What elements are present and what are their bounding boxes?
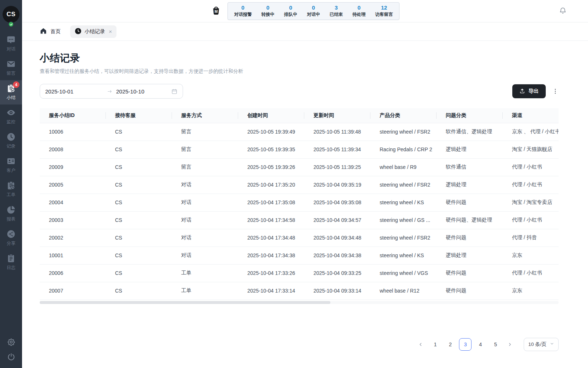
- cell-issue-category: 逻辑处理: [437, 176, 503, 194]
- sidebar-item-monitor[interactable]: 监控: [0, 105, 22, 129]
- page-content: 小结记录 查看和管理过往的服务小结，可以按时间筛选记录，支持导出数据，方便进一步…: [22, 41, 588, 368]
- cell-product-category: Racing Pedals / CRP 2: [370, 141, 437, 158]
- power-icon[interactable]: [7, 353, 15, 362]
- prev-page-chevron-icon[interactable]: [415, 338, 426, 351]
- cell-agent: CS: [106, 282, 172, 300]
- tab-clock-icon: [75, 28, 82, 36]
- home-icon: [40, 27, 47, 36]
- table-body: 10006 CS 留言 2025-10-05 19:39:49 2025-10-…: [40, 123, 559, 300]
- cell-product-category: steering wheel / KS: [370, 194, 437, 211]
- table-row[interactable]: 20005 CS 对话 2025-10-04 17:35:20 2025-10-…: [40, 176, 559, 194]
- cell-channel: 淘宝 / 淘宝专卖店: [503, 194, 559, 211]
- cell-created-at: 2025-10-04 17:35:08: [238, 194, 304, 211]
- tab-home[interactable]: 首页: [40, 27, 61, 36]
- cell-created-at: 2025-10-05 19:39:26: [238, 158, 304, 176]
- share-icon: [6, 229, 16, 239]
- cell-service-type: 对话: [172, 229, 238, 247]
- stat-transferring: 0 转接中: [257, 4, 279, 18]
- cell-agent: CS: [106, 247, 172, 264]
- table-row[interactable]: 20003 CS 对话 2025-10-04 17:34:58 2025-10-…: [40, 211, 559, 229]
- col-header-created-at: 创建时间: [238, 108, 304, 123]
- cell-summary-id: 20005: [40, 176, 106, 194]
- main-area: M 0 对话报警 0 转接中 0 排队中: [22, 0, 588, 368]
- table-row[interactable]: 10001 CS 对话 2025-10-04 17:34:38 2025-10-…: [40, 247, 559, 264]
- table-row[interactable]: 20002 CS 对话 2025-10-04 17:34:48 2025-10-…: [40, 229, 559, 247]
- page-button-5[interactable]: 5: [489, 338, 502, 351]
- page-button-1[interactable]: 1: [429, 338, 441, 351]
- sidebar-item-tickets[interactable]: 工单: [0, 177, 22, 202]
- page-size-select[interactable]: 10 条/页: [524, 338, 559, 351]
- ticket-clipboard-icon: [6, 181, 16, 190]
- table-row[interactable]: 20006 CS 工单 2025-10-04 17:33:26 2025-10-…: [40, 264, 559, 282]
- cell-agent: CS: [106, 229, 172, 247]
- horizontal-scrollbar-thumb[interactable]: [40, 301, 330, 304]
- table-row[interactable]: 20004 CS 对话 2025-10-04 17:35:08 2025-10-…: [40, 194, 559, 211]
- date-range-picker[interactable]: 2025-10-01 2025-10-10: [40, 84, 183, 99]
- cell-updated-at: 2025-10-04 09:34:48: [304, 229, 370, 247]
- tab-home-label: 首页: [50, 28, 61, 35]
- page-size-value: 10 条/页: [528, 341, 546, 348]
- settings-gear-icon[interactable]: [7, 338, 15, 347]
- cell-channel: 京东 、 代理 / 小红书: [503, 123, 559, 141]
- clock-icon: [6, 132, 16, 142]
- sidebar-item-label: 监控: [7, 119, 15, 125]
- cell-service-type: 对话: [172, 194, 238, 211]
- cell-agent: CS: [106, 264, 172, 282]
- page-title: 小结记录: [40, 52, 559, 65]
- sidebar: CS 对话: [0, 0, 22, 368]
- cell-created-at: 2025-10-05 19:39:49: [238, 123, 304, 141]
- cell-agent: CS: [106, 176, 172, 194]
- cell-issue-category: 软件通信、逻辑处理: [437, 123, 503, 141]
- cell-summary-id: 20007: [40, 282, 106, 300]
- table-row[interactable]: 20008 CS 留言 2025-10-05 19:39:35 2025-10-…: [40, 141, 559, 158]
- cell-channel: 京东: [503, 247, 559, 264]
- cell-updated-at: 2025-10-05 11:39:48: [304, 123, 370, 141]
- date-start-value[interactable]: 2025-10-01: [45, 88, 107, 95]
- sidebar-item-history[interactable]: 记录: [0, 129, 22, 153]
- cell-issue-category: 硬件问题: [437, 229, 503, 247]
- tab-close-icon[interactable]: ×: [109, 29, 112, 34]
- export-button[interactable]: 导出: [512, 84, 546, 98]
- tab-summary-records[interactable]: 小结记录 ×: [70, 25, 116, 38]
- cell-channel: 代理 / 小红书: [503, 176, 559, 194]
- cell-issue-category: 硬件问题: [437, 264, 503, 282]
- sidebar-item-label: 对话: [7, 46, 15, 52]
- stat-queueing: 0 排队中: [279, 4, 302, 18]
- sidebar-item-reports[interactable]: 报表: [0, 202, 22, 226]
- cell-channel: 淘宝 / 天猫旗舰店: [503, 141, 559, 158]
- notification-bell-icon[interactable]: [559, 7, 567, 15]
- page-button-3-current[interactable]: 3: [459, 338, 472, 351]
- mail-icon: [6, 59, 16, 69]
- sidebar-item-customers[interactable]: 客户: [0, 153, 22, 177]
- summary-clipboard-icon: 4: [6, 84, 16, 93]
- cell-created-at: 2025-10-04 17:34:38: [238, 247, 304, 264]
- cell-service-type: 留言: [172, 123, 238, 141]
- cell-agent: CS: [106, 211, 172, 229]
- table-row[interactable]: 20007 CS 工单 2025-10-04 17:33:14 2025-10-…: [40, 282, 559, 300]
- sidebar-item-share[interactable]: 分享: [0, 226, 22, 250]
- avatar[interactable]: CS: [3, 6, 19, 23]
- cell-created-at: 2025-10-04 17:34:58: [238, 211, 304, 229]
- page-button-4[interactable]: 4: [474, 338, 487, 351]
- cell-service-type: 留言: [172, 158, 238, 176]
- next-page-chevron-icon[interactable]: [504, 338, 515, 351]
- more-actions-kebab-icon[interactable]: [552, 88, 559, 95]
- date-end-value[interactable]: 2025-10-10: [116, 88, 171, 95]
- table-row[interactable]: 20009 CS 留言 2025-10-05 19:39:26 2025-10-…: [40, 158, 559, 176]
- pie-chart-icon: [6, 205, 16, 215]
- page-button-2[interactable]: 2: [444, 338, 456, 351]
- sidebar-item-label: 留言: [7, 70, 15, 77]
- cell-issue-category: 逻辑处理: [437, 247, 503, 264]
- sidebar-item-messages[interactable]: 留言: [0, 56, 22, 80]
- sidebar-item-logs[interactable]: 日志: [0, 250, 22, 275]
- sidebar-item-chat[interactable]: 对话: [0, 32, 22, 56]
- pagination: 1 2 3 4 5 10 条/页: [40, 338, 559, 351]
- cell-created-at: 2025-10-04 17:34:48: [238, 229, 304, 247]
- cell-updated-at: 2025-10-04 09:35:19: [304, 176, 370, 194]
- sidebar-item-summary[interactable]: 4 小结: [0, 80, 22, 105]
- cell-updated-at: 2025-10-04 09:34:38: [304, 247, 370, 264]
- cell-updated-at: 2025-10-04 09:33:25: [304, 264, 370, 282]
- table-row[interactable]: 10006 CS 留言 2025-10-05 19:39:49 2025-10-…: [40, 123, 559, 141]
- cell-product-category: steering wheel / FSR2: [370, 229, 437, 247]
- col-header-issue-category: 问题分类: [437, 108, 503, 123]
